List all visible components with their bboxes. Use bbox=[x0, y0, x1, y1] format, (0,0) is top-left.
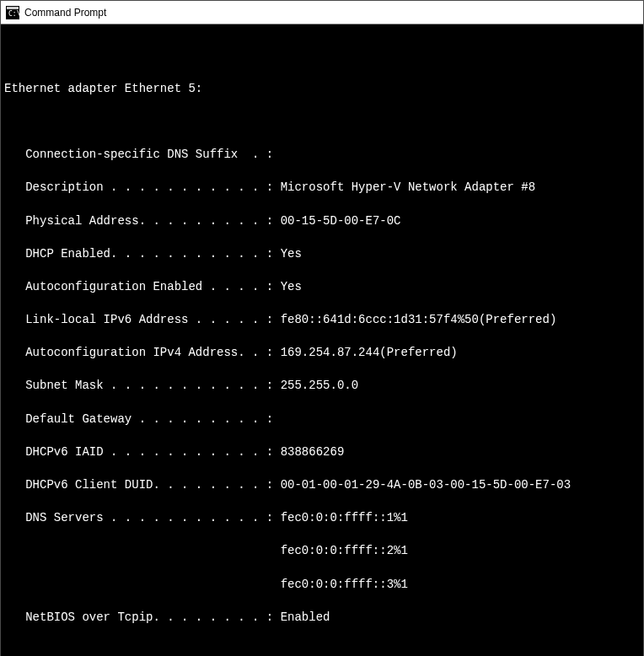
iaid-value: 838866269 bbox=[273, 445, 344, 459]
autov4-value: 169.254.87.244(Preferred) bbox=[273, 346, 457, 359]
dhcp-value: Yes bbox=[273, 247, 302, 261]
netbios-label: NetBIOS over Tcpip. . . . . . . . : bbox=[4, 610, 273, 624]
llv6-value: fe80::641d:6ccc:1d31:57f4%50(Preferred) bbox=[273, 313, 556, 326]
window-title: Command Prompt bbox=[24, 7, 106, 19]
physaddr-label: Physical Address. . . . . . . . . : bbox=[4, 214, 273, 228]
dns-suffix-label: Connection-specific DNS Suffix . : bbox=[4, 148, 273, 161]
dhcp-label: DHCP Enabled. . . . . . . . . . . : bbox=[4, 247, 273, 261]
llv6-label: Link-local IPv6 Address . . . . . : bbox=[4, 313, 273, 326]
duid-value: 00-01-00-01-29-4A-0B-03-00-15-5D-00-E7-0… bbox=[273, 478, 571, 492]
dns-value-2: fec0:0:0:ffff::2%1 bbox=[4, 544, 408, 557]
autoconf-label: Autoconfiguration Enabled . . . . : bbox=[4, 280, 273, 293]
dns-label: DNS Servers . . . . . . . . . . . : bbox=[4, 511, 273, 524]
iaid-label: DHCPv6 IAID . . . . . . . . . . . : bbox=[4, 445, 273, 459]
autov4-label: Autoconfiguration IPv4 Address. . : bbox=[4, 346, 273, 359]
svg-rect-1 bbox=[7, 7, 19, 9]
physaddr-value: 00-15-5D-00-E7-0C bbox=[273, 214, 400, 228]
command-prompt-window: C:\ Command Prompt Ethernet adapter Ethe… bbox=[0, 0, 644, 656]
subnet-label: Subnet Mask . . . . . . . . . . . : bbox=[4, 379, 273, 392]
adapter1-header: Ethernet adapter Ethernet 5: bbox=[4, 82, 202, 95]
dns-value-3: fec0:0:0:ffff::3%1 bbox=[4, 578, 408, 591]
gateway-label: Default Gateway . . . . . . . . . : bbox=[4, 412, 273, 426]
duid-label: DHCPv6 Client DUID. . . . . . . . : bbox=[4, 478, 273, 492]
autoconf-value: Yes bbox=[273, 280, 302, 293]
terminal-output[interactable]: Ethernet adapter Ethernet 5: Connection-… bbox=[1, 24, 643, 656]
description-value: Microsoft Hyper-V Network Adapter #8 bbox=[273, 180, 535, 194]
cmd-icon: C:\ bbox=[6, 6, 19, 19]
netbios-value: Enabled bbox=[273, 610, 330, 624]
subnet-value: 255.255.0.0 bbox=[273, 379, 358, 392]
dns-value-1: fec0:0:0:ffff::1%1 bbox=[273, 511, 408, 524]
titlebar[interactable]: C:\ Command Prompt bbox=[1, 1, 643, 24]
svg-text:C:\: C:\ bbox=[8, 10, 19, 18]
description-label: Description . . . . . . . . . . . : bbox=[4, 180, 273, 194]
